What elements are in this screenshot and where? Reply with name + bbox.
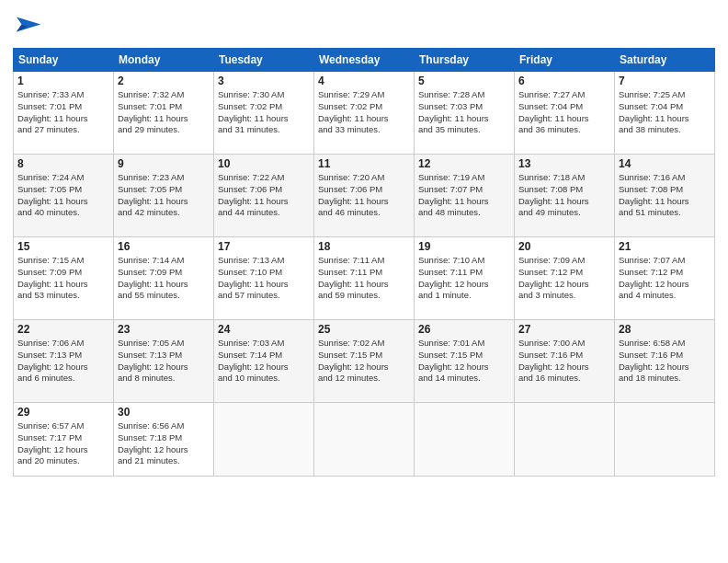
day-number: 4	[318, 75, 410, 87]
day-info: Sunrise: 7:02 AM Sunset: 7:15 PM Dayligh…	[318, 338, 410, 385]
day-info: Sunrise: 7:11 AM Sunset: 7:11 PM Dayligh…	[318, 255, 410, 302]
header-cell-friday: Friday	[515, 49, 615, 72]
header-cell-wednesday: Wednesday	[314, 49, 415, 72]
day-number: 28	[619, 323, 711, 336]
day-number: 6	[518, 75, 610, 87]
logo	[13, 11, 46, 40]
day-cell: 11Sunrise: 7:20 AM Sunset: 7:06 PM Dayli…	[314, 155, 415, 237]
day-cell: 29Sunrise: 6:57 AM Sunset: 7:17 PM Dayli…	[14, 403, 114, 477]
day-number: 22	[17, 323, 109, 336]
week-row-1: 1Sunrise: 7:33 AM Sunset: 7:01 PM Daylig…	[14, 72, 715, 155]
day-number: 7	[619, 75, 711, 87]
day-info: Sunrise: 7:23 AM Sunset: 7:05 PM Dayligh…	[118, 172, 210, 219]
day-cell	[515, 403, 615, 477]
day-number: 16	[118, 240, 210, 253]
day-cell: 20Sunrise: 7:09 AM Sunset: 7:12 PM Dayli…	[515, 237, 615, 320]
day-cell: 4Sunrise: 7:29 AM Sunset: 7:02 PM Daylig…	[314, 72, 415, 155]
day-number: 18	[318, 240, 410, 253]
day-number: 26	[418, 323, 510, 336]
day-info: Sunrise: 7:09 AM Sunset: 7:12 PM Dayligh…	[518, 255, 610, 302]
day-number: 19	[418, 240, 510, 253]
day-info: Sunrise: 7:07 AM Sunset: 7:12 PM Dayligh…	[619, 255, 711, 302]
day-number: 1	[17, 75, 109, 87]
day-info: Sunrise: 7:05 AM Sunset: 7:13 PM Dayligh…	[118, 338, 210, 385]
day-cell: 24Sunrise: 7:03 AM Sunset: 7:14 PM Dayli…	[214, 320, 314, 403]
day-cell: 1Sunrise: 7:33 AM Sunset: 7:01 PM Daylig…	[14, 72, 114, 155]
header-cell-thursday: Thursday	[415, 49, 515, 72]
header-cell-monday: Monday	[114, 49, 214, 72]
day-number: 2	[118, 75, 210, 87]
day-number: 15	[17, 240, 109, 253]
day-info: Sunrise: 7:03 AM Sunset: 7:14 PM Dayligh…	[218, 338, 310, 385]
header-cell-tuesday: Tuesday	[214, 49, 314, 72]
day-number: 20	[518, 240, 610, 253]
day-number: 30	[118, 406, 210, 419]
day-number: 25	[318, 323, 410, 336]
day-cell: 19Sunrise: 7:10 AM Sunset: 7:11 PM Dayli…	[415, 237, 515, 320]
day-number: 21	[619, 240, 711, 253]
day-info: Sunrise: 7:25 AM Sunset: 7:04 PM Dayligh…	[619, 89, 711, 136]
day-info: Sunrise: 7:24 AM Sunset: 7:05 PM Dayligh…	[17, 172, 109, 219]
header-cell-saturday: Saturday	[615, 49, 715, 72]
header-cell-sunday: Sunday	[14, 49, 114, 72]
day-cell: 27Sunrise: 7:00 AM Sunset: 7:16 PM Dayli…	[515, 320, 615, 403]
week-row-2: 8Sunrise: 7:24 AM Sunset: 7:05 PM Daylig…	[14, 155, 715, 237]
day-number: 10	[218, 157, 310, 170]
day-number: 24	[218, 323, 310, 336]
day-info: Sunrise: 7:30 AM Sunset: 7:02 PM Dayligh…	[218, 89, 310, 136]
day-info: Sunrise: 7:19 AM Sunset: 7:07 PM Dayligh…	[418, 172, 510, 219]
day-number: 27	[518, 323, 610, 336]
day-cell: 12Sunrise: 7:19 AM Sunset: 7:07 PM Dayli…	[415, 155, 515, 237]
day-cell: 9Sunrise: 7:23 AM Sunset: 7:05 PM Daylig…	[114, 155, 214, 237]
day-info: Sunrise: 6:57 AM Sunset: 7:17 PM Dayligh…	[17, 420, 109, 467]
day-cell	[615, 403, 715, 477]
day-info: Sunrise: 6:56 AM Sunset: 7:18 PM Dayligh…	[118, 420, 210, 467]
day-info: Sunrise: 7:27 AM Sunset: 7:04 PM Dayligh…	[518, 89, 610, 136]
day-info: Sunrise: 7:06 AM Sunset: 7:13 PM Dayligh…	[17, 338, 109, 385]
day-info: Sunrise: 7:20 AM Sunset: 7:06 PM Dayligh…	[318, 172, 410, 219]
day-number: 3	[218, 75, 310, 87]
day-info: Sunrise: 7:14 AM Sunset: 7:09 PM Dayligh…	[118, 255, 210, 302]
day-cell	[415, 403, 515, 477]
day-cell: 25Sunrise: 7:02 AM Sunset: 7:15 PM Dayli…	[314, 320, 415, 403]
calendar-header: SundayMondayTuesdayWednesdayThursdayFrid…	[14, 49, 715, 72]
day-info: Sunrise: 7:15 AM Sunset: 7:09 PM Dayligh…	[17, 255, 109, 302]
header-row: SundayMondayTuesdayWednesdayThursdayFrid…	[14, 49, 715, 72]
day-number: 5	[418, 75, 510, 87]
day-cell: 5Sunrise: 7:28 AM Sunset: 7:03 PM Daylig…	[415, 72, 515, 155]
day-cell: 6Sunrise: 7:27 AM Sunset: 7:04 PM Daylig…	[515, 72, 615, 155]
day-info: Sunrise: 7:28 AM Sunset: 7:03 PM Dayligh…	[418, 89, 510, 136]
logo-icon	[13, 11, 42, 40]
day-number: 29	[17, 406, 109, 419]
day-info: Sunrise: 7:33 AM Sunset: 7:01 PM Dayligh…	[17, 89, 109, 136]
week-row-4: 22Sunrise: 7:06 AM Sunset: 7:13 PM Dayli…	[14, 320, 715, 403]
day-cell: 28Sunrise: 6:58 AM Sunset: 7:16 PM Dayli…	[615, 320, 715, 403]
day-info: Sunrise: 7:18 AM Sunset: 7:08 PM Dayligh…	[518, 172, 610, 219]
day-number: 12	[418, 157, 510, 170]
day-number: 14	[619, 157, 711, 170]
day-cell	[214, 403, 314, 477]
day-cell: 14Sunrise: 7:16 AM Sunset: 7:08 PM Dayli…	[615, 155, 715, 237]
day-cell: 2Sunrise: 7:32 AM Sunset: 7:01 PM Daylig…	[114, 72, 214, 155]
day-cell: 7Sunrise: 7:25 AM Sunset: 7:04 PM Daylig…	[615, 72, 715, 155]
day-number: 23	[118, 323, 210, 336]
day-cell: 23Sunrise: 7:05 AM Sunset: 7:13 PM Dayli…	[114, 320, 214, 403]
day-cell: 18Sunrise: 7:11 AM Sunset: 7:11 PM Dayli…	[314, 237, 415, 320]
day-cell: 22Sunrise: 7:06 AM Sunset: 7:13 PM Dayli…	[14, 320, 114, 403]
day-info: Sunrise: 6:58 AM Sunset: 7:16 PM Dayligh…	[619, 338, 711, 385]
day-cell: 30Sunrise: 6:56 AM Sunset: 7:18 PM Dayli…	[114, 403, 214, 477]
day-number: 11	[318, 157, 410, 170]
page: SundayMondayTuesdayWednesdayThursdayFrid…	[0, 0, 728, 563]
day-info: Sunrise: 7:32 AM Sunset: 7:01 PM Dayligh…	[118, 89, 210, 136]
day-number: 9	[118, 157, 210, 170]
day-cell: 16Sunrise: 7:14 AM Sunset: 7:09 PM Dayli…	[114, 237, 214, 320]
day-cell	[314, 403, 415, 477]
day-info: Sunrise: 7:01 AM Sunset: 7:15 PM Dayligh…	[418, 338, 510, 385]
day-info: Sunrise: 7:16 AM Sunset: 7:08 PM Dayligh…	[619, 172, 711, 219]
header	[13, 11, 715, 40]
week-row-5: 29Sunrise: 6:57 AM Sunset: 7:17 PM Dayli…	[14, 403, 715, 477]
day-info: Sunrise: 7:29 AM Sunset: 7:02 PM Dayligh…	[318, 89, 410, 136]
calendar-body: 1Sunrise: 7:33 AM Sunset: 7:01 PM Daylig…	[14, 72, 715, 477]
day-cell: 8Sunrise: 7:24 AM Sunset: 7:05 PM Daylig…	[14, 155, 114, 237]
day-info: Sunrise: 7:00 AM Sunset: 7:16 PM Dayligh…	[518, 338, 610, 385]
